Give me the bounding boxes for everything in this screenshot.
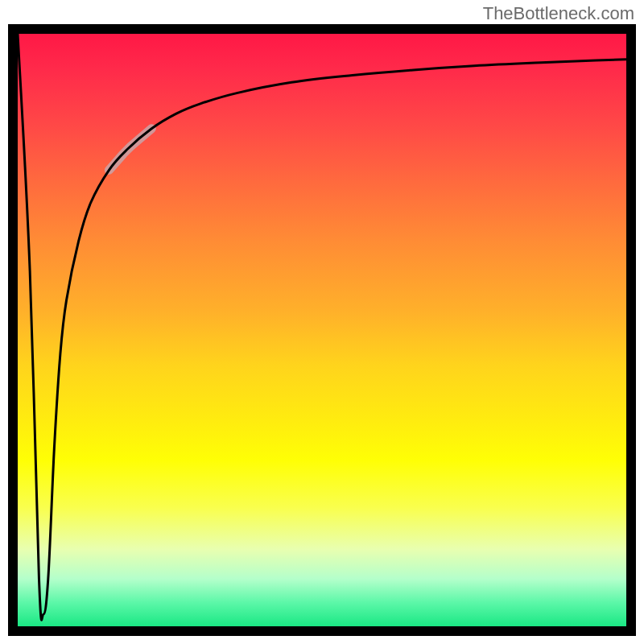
watermark-text: TheBottleneck.com xyxy=(483,3,634,24)
chart-frame xyxy=(8,24,636,636)
bottleneck-curve xyxy=(18,34,626,620)
chart-svg xyxy=(18,34,626,626)
